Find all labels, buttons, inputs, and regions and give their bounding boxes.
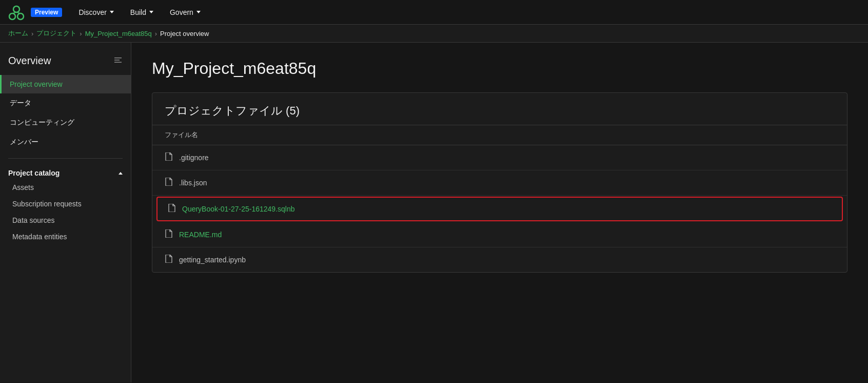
main-layout: Overview Project overview データ コンピューティング … — [0, 43, 868, 382]
sidebar-item-project-overview-label: Project overview — [10, 80, 63, 88]
sidebar-item-members[interactable]: メンバー — [0, 132, 131, 152]
govern-label: Govern — [170, 8, 193, 16]
sidebar-item-project-overview[interactable]: Project overview — [0, 75, 131, 93]
top-navigation: Preview Discover Build Govern — [0, 0, 868, 25]
svg-rect-5 — [114, 58, 122, 59]
file-name-link[interactable]: QueryBook-01-27-25-161249.sqlnb — [182, 205, 294, 213]
svg-point-1 — [9, 13, 15, 20]
breadcrumb: ホーム › プロジェクト › My_Project_m6eat85q › Pro… — [0, 25, 868, 43]
sidebar-item-metadata-entities-label: Metadata entities — [12, 233, 67, 241]
files-table-header: ファイル名 — [152, 125, 847, 145]
sidebar-title: Overview — [8, 55, 51, 67]
sidebar-item-computing-label: コンピューティング — [10, 118, 74, 127]
breadcrumb-project[interactable]: My_Project_m6eat85q — [85, 30, 152, 37]
sidebar-item-subscription-requests-label: Subscription requests — [12, 200, 82, 208]
sidebar-divider — [8, 158, 123, 159]
sidebar-item-assets[interactable]: Assets — [0, 179, 131, 196]
files-section-title: プロジェクトファイル (5) — [152, 93, 847, 125]
discover-label: Discover — [78, 8, 106, 16]
build-menu[interactable]: Build — [124, 0, 160, 25]
file-name: getting_started.ipynb — [179, 256, 246, 264]
discover-menu[interactable]: Discover — [72, 0, 120, 25]
file-icon — [168, 204, 176, 214]
breadcrumb-sep-2: › — [80, 30, 82, 37]
files-section: プロジェクトファイル (5) ファイル名 .gitignore .libs.js… — [152, 92, 847, 273]
svg-rect-6 — [114, 60, 120, 61]
build-label: Build — [130, 8, 146, 16]
file-name-link[interactable]: README.md — [179, 231, 222, 239]
govern-chevron-icon — [196, 11, 201, 13]
svg-point-2 — [17, 13, 24, 20]
collapse-sidebar-icon[interactable] — [113, 55, 123, 67]
sidebar-item-members-label: メンバー — [10, 138, 38, 147]
file-name: .libs.json — [179, 179, 207, 187]
sidebar-item-assets-label: Assets — [12, 183, 34, 192]
sidebar-item-computing[interactable]: コンピューティング — [0, 113, 131, 132]
svg-line-4 — [16, 12, 21, 13]
sidebar-item-data-label: データ — [10, 99, 31, 108]
sidebar-item-data[interactable]: データ — [0, 93, 131, 113]
breadcrumb-sep-3: › — [155, 30, 157, 37]
breadcrumb-projects[interactable]: プロジェクト — [36, 29, 76, 38]
svg-line-3 — [12, 12, 16, 13]
discover-chevron-icon — [110, 11, 114, 13]
file-icon — [165, 229, 173, 240]
sidebar-item-data-sources[interactable]: Data sources — [0, 212, 131, 228]
file-name: .gitignore — [179, 154, 209, 162]
sidebar: Overview Project overview データ コンピューティング … — [0, 43, 131, 382]
table-row[interactable]: QueryBook-01-27-25-161249.sqlnb — [156, 197, 843, 221]
sidebar-section-catalog[interactable]: Project catalog — [0, 165, 131, 179]
breadcrumb-sep-1: › — [31, 30, 33, 37]
catalog-chevron-up-icon — [119, 172, 123, 175]
file-icon — [165, 178, 173, 188]
breadcrumb-home[interactable]: ホーム — [8, 29, 28, 38]
table-row[interactable]: .libs.json — [152, 170, 847, 196]
app-logo[interactable] — [8, 4, 25, 21]
breadcrumb-current: Project overview — [160, 30, 209, 37]
sidebar-section-catalog-label: Project catalog — [8, 169, 60, 177]
preview-badge: Preview — [31, 8, 62, 17]
sidebar-item-subscription-requests[interactable]: Subscription requests — [0, 196, 131, 212]
files-column-header-name: ファイル名 — [165, 130, 198, 140]
main-content: My_Project_m6eat85q プロジェクトファイル (5) ファイル名… — [131, 43, 868, 382]
sidebar-item-data-sources-label: Data sources — [12, 216, 54, 224]
table-row[interactable]: getting_started.ipynb — [152, 247, 847, 272]
sidebar-item-metadata-entities[interactable]: Metadata entities — [0, 228, 131, 245]
svg-rect-7 — [114, 62, 122, 63]
table-row[interactable]: .gitignore — [152, 145, 847, 170]
file-icon — [165, 152, 173, 163]
sidebar-header: Overview — [0, 51, 131, 75]
govern-menu[interactable]: Govern — [164, 0, 207, 25]
project-title: My_Project_m6eat85q — [152, 59, 847, 78]
table-row[interactable]: README.md — [152, 222, 847, 247]
build-chevron-icon — [149, 11, 153, 13]
svg-point-0 — [13, 6, 19, 12]
file-icon — [165, 255, 173, 265]
